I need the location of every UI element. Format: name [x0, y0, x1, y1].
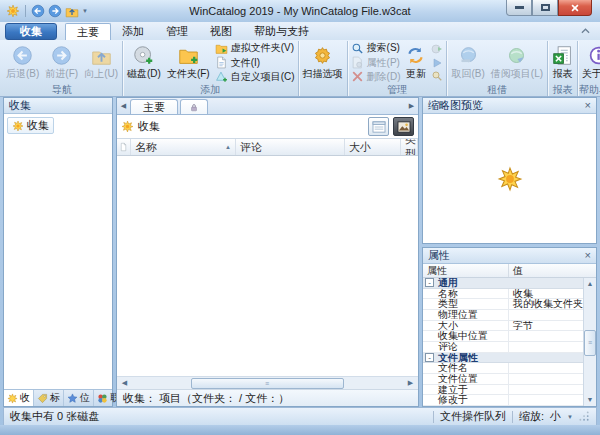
- property-row[interactable]: 评论: [423, 342, 583, 353]
- sidebar-tab-collection[interactable]: 收: [4, 390, 34, 406]
- tab-add[interactable]: 添加: [111, 23, 155, 40]
- close-icon[interactable]: ×: [585, 250, 591, 261]
- column-type[interactable]: 类型: [401, 139, 418, 155]
- report-button[interactable]: 报表: [549, 41, 576, 84]
- scrollbar-thumb[interactable]: ≡: [584, 330, 596, 356]
- up-icon: [91, 45, 112, 66]
- collapse-icon[interactable]: -: [425, 353, 434, 362]
- ribbon-group-add: 磁盘(D) 文件夹(F) 虚拟文件夹(V) 文件(I): [123, 41, 299, 96]
- button-label: 报表: [553, 67, 573, 81]
- ribbon-group-manage: 搜索(S) 属性(P) 删除(D) 更新: [348, 41, 448, 96]
- disc-sync-icon[interactable]: [431, 43, 443, 55]
- ribbon-collapse-icon[interactable]: [581, 28, 590, 34]
- list-view-icon: [372, 121, 386, 133]
- doc-tab-main[interactable]: 主要: [130, 99, 178, 114]
- scrollbar-thumb[interactable]: ≡: [191, 378, 344, 389]
- properties-button[interactable]: 属性(P): [351, 56, 401, 70]
- button-label: 文件(I): [231, 56, 260, 70]
- property-row[interactable]: 名称 收集: [423, 289, 583, 300]
- property-row[interactable]: 文件位置: [423, 374, 583, 385]
- up-button[interactable]: 向上(U): [81, 41, 121, 84]
- thumbnails-view-button[interactable]: [393, 117, 414, 136]
- preview-header: 缩略图预览 ×: [423, 98, 596, 114]
- property-row[interactable]: 文件名: [423, 363, 583, 374]
- tab-help[interactable]: 帮助与支持: [243, 23, 320, 40]
- ribbon-tab-row: 收集 主要 添加 管理 视图 帮助与支持: [0, 22, 600, 40]
- property-row[interactable]: 物理位置: [423, 310, 583, 321]
- tab-manage[interactable]: 管理: [155, 23, 199, 40]
- property-row[interactable]: 收集中位置: [423, 331, 583, 342]
- collapse-icon[interactable]: -: [425, 278, 434, 287]
- group-label: 管理: [349, 84, 446, 96]
- current-path[interactable]: 收集: [121, 119, 364, 134]
- zoom-tool-icon[interactable]: [431, 70, 443, 82]
- tree-item-label: 收集: [27, 118, 49, 133]
- update-button[interactable]: 更新: [402, 41, 429, 84]
- close-icon: [570, 3, 580, 13]
- property-row[interactable]: 类型 我的收集文件夹: [423, 299, 583, 310]
- scroll-up-icon[interactable]: ▲: [587, 278, 594, 290]
- property-row[interactable]: 建立于: [423, 385, 583, 396]
- file-queue-button[interactable]: 文件操作队列: [440, 409, 506, 424]
- tree-item-collection[interactable]: 收集: [7, 117, 54, 134]
- delete-button[interactable]: 删除(D): [351, 70, 401, 84]
- property-group[interactable]: -文件属性: [423, 353, 583, 364]
- properties-icon: [351, 56, 364, 69]
- file-icon: [215, 56, 228, 69]
- zoom-label: 缩放:: [519, 409, 544, 424]
- sidebar-tab-tags[interactable]: 标: [34, 390, 64, 406]
- property-row[interactable]: 大小 字节: [423, 321, 583, 332]
- button-label: 扫描选项: [303, 67, 343, 81]
- page-icon: [119, 141, 128, 153]
- close-button[interactable]: [558, 0, 592, 16]
- add-custom-item-button[interactable]: 自定义项目(C): [215, 70, 295, 84]
- back-button[interactable]: 后退(B): [3, 41, 42, 84]
- tab-scroll-right-icon[interactable]: ▶: [405, 102, 418, 110]
- minimize-button[interactable]: [506, 0, 532, 16]
- add-virtual-folder-button[interactable]: 虚拟文件夹(V): [215, 41, 295, 55]
- scan-options-button[interactable]: 扫描选项: [300, 41, 346, 84]
- column-file-icon[interactable]: [117, 139, 131, 155]
- file-list-area[interactable]: [117, 156, 418, 376]
- maximize-button[interactable]: [532, 0, 558, 16]
- tab-scroll-left-icon[interactable]: ◀: [117, 102, 130, 110]
- ribbon: 后退(B) 前进(F) 向上(U) 导航 磁盘(D): [0, 40, 600, 97]
- star-icon: [12, 120, 24, 132]
- window-controls: [506, 0, 592, 16]
- add-folder-button[interactable]: 文件夹(F): [164, 41, 213, 84]
- about-button[interactable]: 关于(A): [579, 41, 600, 84]
- property-row[interactable]: 修改于: [423, 395, 583, 406]
- vertical-scrollbar[interactable]: ▲ ≡ ▼: [583, 278, 596, 406]
- lock-icon: [189, 102, 199, 113]
- play-icon[interactable]: [431, 57, 443, 69]
- add-disk-button[interactable]: 磁盘(D): [124, 41, 164, 84]
- button-label: 文件夹(F): [167, 67, 210, 81]
- tab-main[interactable]: 主要: [65, 23, 111, 40]
- scroll-right-icon[interactable]: ▶: [404, 379, 417, 387]
- property-group[interactable]: -通用: [423, 278, 583, 289]
- group-label: 报表: [549, 84, 576, 96]
- horizontal-scrollbar[interactable]: ◀ ≡ ▶: [117, 376, 418, 389]
- column-comment[interactable]: 评论: [236, 139, 345, 155]
- details-view-button[interactable]: [368, 117, 389, 136]
- take-back-button[interactable]: 取回(B): [448, 41, 487, 84]
- sidebar-tab-locations[interactable]: 位: [64, 390, 94, 406]
- add-file-button[interactable]: 文件(I): [215, 56, 295, 70]
- button-label: 后退(B): [6, 67, 39, 81]
- chevron-down-icon[interactable]: ▼: [567, 414, 573, 420]
- tab-view[interactable]: 视图: [199, 23, 243, 40]
- scroll-left-icon[interactable]: ◀: [118, 379, 131, 387]
- forward-button[interactable]: 前进(F): [42, 41, 81, 84]
- button-label: 自定义项目(C): [231, 70, 295, 84]
- search-button[interactable]: 搜索(S): [351, 41, 401, 55]
- lend-item-button[interactable]: 借阅项目(L): [488, 41, 546, 84]
- close-icon[interactable]: ×: [585, 100, 591, 111]
- zoom-value-dropdown[interactable]: 小: [550, 409, 561, 424]
- resize-grip[interactable]: [579, 411, 590, 422]
- app-menu-button[interactable]: 收集: [5, 23, 57, 40]
- doc-tab-locked[interactable]: [180, 99, 208, 114]
- column-name[interactable]: 名称 ▲: [131, 139, 236, 155]
- scroll-down-icon[interactable]: ▼: [587, 394, 594, 406]
- column-size[interactable]: 大小: [345, 139, 401, 155]
- window-bottom-border: [0, 425, 600, 435]
